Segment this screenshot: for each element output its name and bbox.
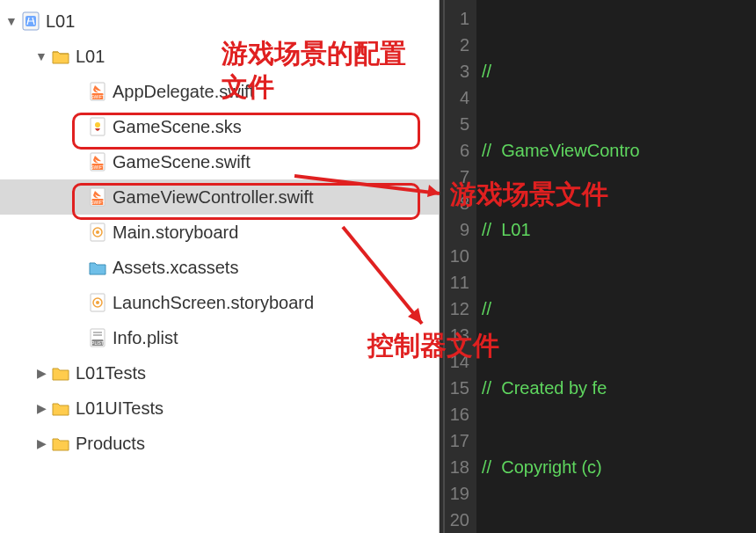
file-item-gameviewcontroller[interactable]: SWIFT GameViewController.swift <box>0 179 439 215</box>
file-item-gamescene-swift[interactable]: SWIFT GameScene.swift <box>0 144 439 179</box>
swift-file-icon: SWIFT <box>88 81 107 102</box>
file-item[interactable]: Assets.xcassets <box>0 250 439 285</box>
line-number: 15 <box>445 375 469 401</box>
svg-rect-22 <box>93 332 102 333</box>
sks-file-icon <box>88 116 107 137</box>
code-comment: Created by fe <box>501 378 607 398</box>
file-item[interactable]: SWIFT AppDelegate.swift <box>0 74 439 109</box>
svg-text:SWIFT: SWIFT <box>91 164 105 170</box>
chevron-right-icon[interactable]: ▶ <box>35 401 47 415</box>
code-comment: // <box>482 457 501 477</box>
svg-point-18 <box>96 301 99 304</box>
folder-name: Products <box>76 434 145 454</box>
svg-text:SWIFT: SWIFT <box>91 94 105 99</box>
chevron-down-icon[interactable]: ▼ <box>35 49 47 63</box>
project-navigator[interactable]: ▼ L01 ▼ L01 SWIFT AppDelegate.swift Game… <box>0 0 440 533</box>
line-number: 7 <box>445 164 469 190</box>
project-name: L01 <box>46 11 75 32</box>
line-number: 14 <box>445 348 469 375</box>
chevron-right-icon[interactable]: ▶ <box>35 366 47 380</box>
svg-text:PLIST: PLIST <box>91 340 104 346</box>
line-number: 18 <box>445 454 469 480</box>
line-number: 17 <box>445 427 469 454</box>
line-number: 16 <box>445 401 469 427</box>
line-number: 10 <box>445 243 469 269</box>
line-number: 5 <box>445 111 469 137</box>
file-item[interactable]: LaunchScreen.storyboard <box>0 285 439 320</box>
xcode-project-icon <box>21 11 40 32</box>
file-item[interactable]: Main.storyboard <box>0 215 439 250</box>
storyboard-file-icon <box>88 292 107 313</box>
file-name: GameScene.sks <box>113 117 242 137</box>
code-comment: // <box>482 378 501 398</box>
file-name: GameScene.swift <box>113 152 251 172</box>
folder-icon <box>51 398 70 419</box>
line-number: 9 <box>445 216 469 243</box>
folder-name: L01Tests <box>76 363 146 383</box>
svg-point-6 <box>95 122 100 128</box>
line-number: 8 <box>445 190 469 216</box>
file-name: GameViewController.swift <box>113 187 314 208</box>
folder-item[interactable]: ▶ Products <box>0 426 439 461</box>
swift-file-icon: SWIFT <box>88 186 107 208</box>
folder-item[interactable]: ▼ L01 <box>0 39 439 74</box>
file-name: Assets.xcassets <box>113 258 238 278</box>
svg-point-15 <box>96 230 99 234</box>
line-number: 11 <box>445 269 469 296</box>
line-gutter: 1 2 3 4 5 6 7 8 9 10 11 12 13 14 15 16 1… <box>445 0 476 533</box>
svg-text:SWIFT: SWIFT <box>91 200 105 205</box>
line-number: 6 <box>445 137 469 164</box>
swift-file-icon: SWIFT <box>88 151 107 172</box>
file-item-gamescene-sks[interactable]: GameScene.sks <box>0 109 439 144</box>
file-item[interactable]: PLIST Info.plist <box>0 320 439 355</box>
line-number: 4 <box>445 84 469 111</box>
code-comment: // <box>482 141 501 160</box>
folder-item[interactable]: ▶ L01UITests <box>0 391 439 426</box>
storyboard-file-icon <box>88 222 107 243</box>
line-number: 13 <box>445 322 469 348</box>
code-comment: // <box>482 220 501 239</box>
line-number: 3 <box>445 58 469 84</box>
project-root[interactable]: ▼ L01 <box>0 4 439 39</box>
line-number: 1 <box>445 5 469 32</box>
folder-name: L01UITests <box>76 398 164 419</box>
svg-rect-23 <box>93 334 102 336</box>
line-number: 19 <box>445 480 469 507</box>
file-name: LaunchScreen.storyboard <box>113 293 314 313</box>
line-number: 12 <box>445 296 469 322</box>
code-area[interactable]: // // GameViewContro // L01 // // Create… <box>476 0 756 533</box>
folder-icon <box>51 362 70 383</box>
folder-icon <box>51 433 70 454</box>
assets-folder-icon <box>88 257 107 278</box>
file-name: Info.plist <box>113 328 178 348</box>
code-comment: GameViewContro <box>501 141 639 160</box>
folder-icon <box>51 46 70 67</box>
file-name: AppDelegate.swift <box>113 82 254 102</box>
code-comment: // <box>482 299 491 318</box>
line-number: 2 <box>445 32 469 58</box>
code-comment: Copyright (c) <box>501 457 601 477</box>
line-number: 20 <box>445 507 469 533</box>
code-comment: L01 <box>501 220 530 239</box>
plist-file-icon: PLIST <box>88 327 107 348</box>
chevron-right-icon[interactable]: ▶ <box>35 436 47 450</box>
code-editor[interactable]: 1 2 3 4 5 6 7 8 9 10 11 12 13 14 15 16 1… <box>440 0 756 533</box>
code-comment: // <box>482 62 491 81</box>
folder-item[interactable]: ▶ L01Tests <box>0 355 439 391</box>
folder-name: L01 <box>76 47 105 67</box>
chevron-down-icon[interactable]: ▼ <box>5 14 18 28</box>
file-name: Main.storyboard <box>113 223 238 243</box>
